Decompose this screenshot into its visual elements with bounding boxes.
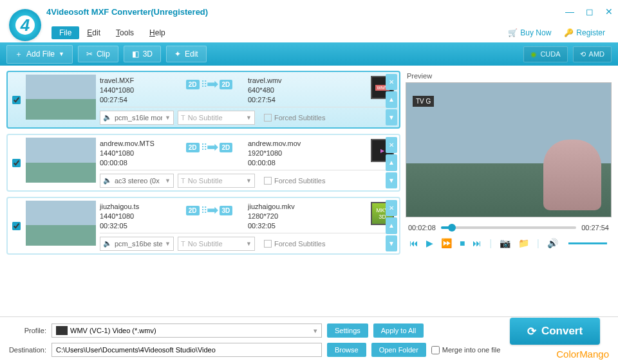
- remove-item-icon[interactable]: ✕: [386, 200, 397, 216]
- minimize-icon[interactable]: —: [565, 6, 574, 17]
- move-up-icon[interactable]: ▲: [386, 154, 397, 170]
- menubar: File Edit Tools Help 🛒Buy Now 🔑Register: [0, 23, 618, 42]
- remove-item-icon[interactable]: ✕: [386, 74, 397, 90]
- source-info: jiuzhaigou.ts1440*108000:32:05: [100, 202, 171, 231]
- toolbar: ＋Add File▼ ✂Clip ◧3D ✦Edit ◉CUDA ⟲AMD: [0, 42, 618, 66]
- menu-edit[interactable]: Edit: [79, 26, 108, 39]
- 3d-button[interactable]: ◧3D: [124, 46, 161, 62]
- time-current: 00:02:08: [408, 224, 436, 232]
- move-down-icon[interactable]: ▼: [386, 109, 397, 125]
- item-checkbox[interactable]: [10, 138, 22, 188]
- cart-icon: 🛒: [508, 28, 518, 37]
- file-list: travel.MXF1440*108000:27:54 2D⠿➡2D trave…: [6, 71, 400, 311]
- stop-icon[interactable]: ■: [460, 238, 465, 248]
- convert-button[interactable]: ⟳Convert: [510, 318, 600, 345]
- forced-subtitles-checkbox[interactable]: Forced Subtitles: [264, 177, 325, 185]
- chevron-down-icon: ▼: [246, 241, 252, 247]
- preview-frame[interactable]: TV G: [406, 82, 612, 217]
- window-title: 4Videosoft MXF Converter(Unregistered): [46, 7, 208, 17]
- source-info: andrew.mov.MTS1440*108000:00:08: [100, 139, 171, 168]
- conversion-arrow: 2D⠿➡2D: [171, 139, 248, 156]
- destination-input[interactable]: C:\Users\User\Documents\4Videosoft Studi…: [52, 343, 322, 357]
- browse-button[interactable]: Browse: [327, 343, 366, 357]
- subtitle-select[interactable]: TNo Subtitle▼: [178, 174, 255, 188]
- preview-panel: Preview TV G 00:02:08 00:27:54 ⏮ ▶ ⏩ ■ ⏭…: [406, 71, 612, 311]
- subtitle-select[interactable]: TNo Subtitle▼: [178, 111, 255, 125]
- conversion-arrow: 2D⠿➡3D: [171, 202, 248, 219]
- text-icon: T: [181, 177, 185, 185]
- watermark: ColorMango: [556, 349, 609, 360]
- fwd-icon[interactable]: ⏩: [441, 238, 452, 248]
- cuda-toggle[interactable]: ◉CUDA: [523, 46, 567, 62]
- register-link[interactable]: 🔑Register: [564, 28, 605, 37]
- chevron-down-icon: ▼: [165, 114, 171, 121]
- list-item[interactable]: andrew.mov.MTS1440*108000:00:08 2D⠿➡2D a…: [6, 134, 400, 192]
- forced-subtitles-checkbox[interactable]: Forced Subtitles: [264, 240, 325, 248]
- person-silhouette: [543, 140, 601, 210]
- menu-help[interactable]: Help: [142, 26, 173, 39]
- buy-now-link[interactable]: 🛒Buy Now: [508, 28, 551, 37]
- item-checkbox[interactable]: [10, 75, 22, 125]
- remove-item-icon[interactable]: ✕: [386, 137, 397, 153]
- move-up-icon[interactable]: ▲: [386, 91, 397, 107]
- list-item[interactable]: jiuzhaigou.ts1440*108000:32:05 2D⠿➡3D ji…: [6, 197, 400, 255]
- profile-select[interactable]: WMV (VC-1) Video (*.wmv) ▾: [52, 323, 322, 338]
- next-icon[interactable]: ⏭: [473, 238, 482, 248]
- source-info: travel.MXF1440*108000:27:54: [100, 76, 171, 105]
- titlebar: 4Videosoft MXF Converter(Unregistered) —…: [0, 0, 618, 23]
- 3d-icon: ◧: [132, 50, 139, 59]
- speaker-icon: 🔈: [103, 239, 112, 248]
- dest-info: andrew.mov.mov1920*108000:00:08: [248, 139, 319, 168]
- chevron-down-icon: ▼: [246, 114, 252, 121]
- item-checkbox[interactable]: [10, 201, 22, 251]
- thumbnail: [26, 201, 96, 246]
- menu-file[interactable]: File: [52, 26, 79, 39]
- add-file-button[interactable]: ＋Add File▼: [6, 45, 73, 64]
- maximize-icon[interactable]: ◻: [586, 6, 594, 17]
- chevron-down-icon: ▼: [246, 177, 252, 184]
- text-icon: T: [181, 240, 185, 248]
- edit-button[interactable]: ✦Edit: [166, 46, 207, 62]
- settings-button[interactable]: Settings: [327, 323, 368, 338]
- folder-icon[interactable]: 📁: [518, 238, 529, 248]
- refresh-icon: ⟳: [527, 325, 536, 338]
- volume-slider[interactable]: [568, 242, 607, 244]
- clip-button[interactable]: ✂Clip: [78, 46, 118, 62]
- chevron-down-icon: ▾: [314, 327, 317, 335]
- dest-info: jiuzhaigou.mkv1280*72000:32:05: [248, 202, 319, 231]
- snapshot-icon[interactable]: 📷: [500, 238, 510, 248]
- merge-checkbox[interactable]: Merge into one file: [431, 346, 501, 354]
- audio-track-select[interactable]: 🔈ac3 stereo (0x▼: [100, 174, 174, 188]
- forced-subtitles-checkbox[interactable]: Forced Subtitles: [264, 114, 325, 122]
- text-icon: T: [181, 114, 185, 122]
- thumbnail: [26, 75, 96, 120]
- destination-label: Destination:: [8, 346, 46, 354]
- chevron-down-icon: ▼: [165, 177, 171, 184]
- amd-toggle[interactable]: ⟲AMD: [573, 46, 612, 62]
- volume-icon[interactable]: 🔊: [547, 238, 558, 248]
- list-item[interactable]: travel.MXF1440*108000:27:54 2D⠿➡2D trave…: [6, 71, 400, 129]
- chevron-down-icon: ▼: [165, 241, 171, 247]
- move-up-icon[interactable]: ▲: [386, 217, 397, 233]
- rating-badge: TV G: [413, 96, 434, 107]
- time-total: 00:27:54: [581, 224, 609, 232]
- nvidia-icon: ◉: [530, 50, 537, 59]
- apply-all-button[interactable]: Apply to All: [373, 323, 424, 338]
- prev-icon[interactable]: ⏮: [409, 238, 418, 248]
- menu-tools[interactable]: Tools: [108, 26, 142, 39]
- play-icon[interactable]: ▶: [426, 238, 433, 248]
- seek-slider[interactable]: [441, 226, 576, 229]
- amd-icon: ⟲: [580, 50, 586, 59]
- close-icon[interactable]: ✕: [605, 6, 613, 17]
- open-folder-button[interactable]: Open Folder: [371, 343, 426, 357]
- app-logo: [9, 9, 41, 41]
- move-down-icon[interactable]: ▼: [386, 235, 397, 251]
- audio-track-select[interactable]: 🔈pcm_s16be ste▼: [100, 237, 174, 251]
- speaker-icon: 🔈: [103, 176, 112, 185]
- audio-track-select[interactable]: 🔈pcm_s16le mor▼: [100, 111, 174, 125]
- subtitle-select[interactable]: TNo Subtitle▼: [178, 237, 255, 251]
- wand-icon: ✦: [174, 50, 181, 59]
- scissors-icon: ✂: [86, 50, 93, 59]
- thumbnail: [26, 138, 96, 183]
- move-down-icon[interactable]: ▼: [386, 172, 397, 188]
